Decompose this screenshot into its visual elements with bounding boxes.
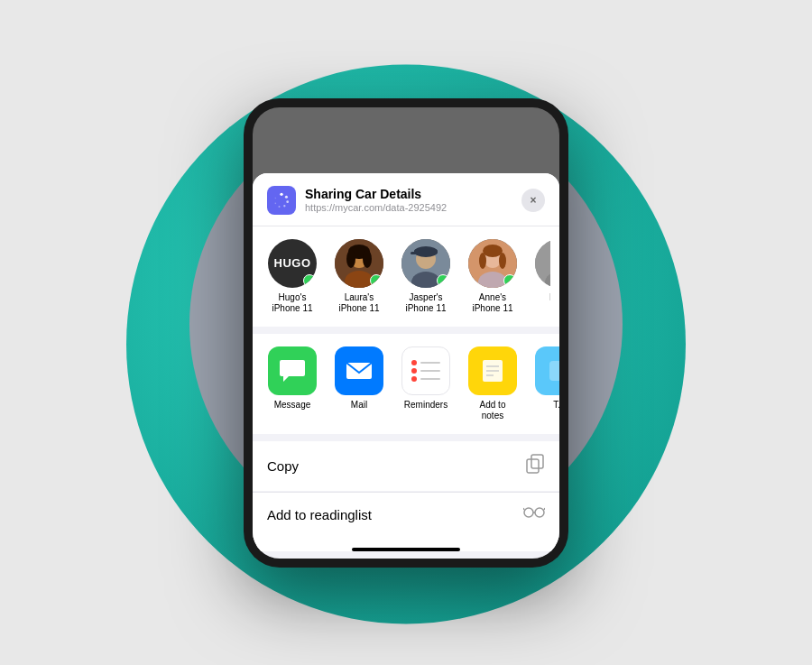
svg-point-22 — [483, 245, 503, 257]
app-more[interactable]: T... — [529, 346, 559, 421]
contact-jasper[interactable]: Jasper'siPhone 11 — [395, 239, 457, 314]
reminder-line-2 — [420, 370, 440, 372]
notes-icon-svg — [479, 357, 506, 384]
svg-point-6 — [275, 197, 277, 199]
svg-point-23 — [479, 253, 486, 269]
mail-icon-svg — [345, 356, 374, 385]
svg-rect-35 — [527, 459, 539, 473]
app-logo-icon — [267, 186, 296, 215]
contact-badge-anne — [503, 274, 516, 287]
contact-name-mac: Ma... — [549, 292, 550, 303]
app-message[interactable]: Message — [262, 346, 323, 421]
reminder-row-2 — [411, 368, 440, 374]
app-mail[interactable]: Mail — [328, 346, 390, 421]
action-rows: Copy Add to readinglist — [253, 441, 559, 537]
app-name-reminders: Reminders — [404, 400, 448, 411]
avatar-laura — [335, 239, 383, 288]
svg-point-11 — [346, 250, 355, 268]
contacts-section: HUGO Hugo'siPhone 11 — [253, 226, 559, 327]
more-icon-svg — [546, 357, 559, 384]
app-notes[interactable]: Add to notes — [462, 346, 523, 421]
contact-hugo[interactable]: HUGO Hugo'siPhone 11 — [262, 239, 323, 314]
svg-rect-17 — [414, 249, 438, 254]
svg-rect-18 — [411, 252, 418, 254]
message-icon-svg — [278, 356, 307, 385]
svg-point-0 — [280, 192, 282, 195]
contact-laura[interactable]: Laura'siPhone 11 — [328, 239, 390, 314]
more-app-icon — [535, 346, 559, 395]
svg-point-36 — [524, 508, 533, 517]
copy-icon — [525, 454, 545, 478]
contact-name-anne: Anne'siPhone 11 — [472, 292, 512, 314]
share-header-text: Sharing Car Details https://mycar.com/da… — [305, 187, 512, 214]
share-header: Sharing Car Details https://mycar.com/da… — [253, 173, 559, 226]
reminder-row-1 — [411, 360, 440, 365]
avatar-hugo: HUGO — [268, 239, 317, 288]
share-sheet: Sharing Car Details https://mycar.com/da… — [253, 173, 559, 559]
reminders-icon-inner — [404, 353, 448, 389]
svg-point-12 — [363, 250, 372, 268]
app-name-notes: Add to notes — [480, 400, 506, 421]
contact-name-jasper: Jasper'siPhone 11 — [405, 292, 446, 314]
contact-name-hugo: Hugo'siPhone 11 — [272, 292, 312, 314]
app-reminders[interactable]: Reminders — [395, 346, 457, 421]
reminder-row-3 — [411, 376, 440, 382]
contact-badge-hugo — [303, 274, 316, 287]
svg-point-3 — [283, 205, 285, 207]
mail-app-icon — [335, 346, 383, 395]
svg-rect-33 — [549, 361, 559, 381]
app-name-mail: Mail — [351, 400, 367, 411]
contacts-row: HUGO Hugo'siPhone 11 — [262, 239, 550, 314]
svg-point-37 — [535, 508, 544, 517]
reminder-line-1 — [420, 362, 440, 364]
app-name-more: T... — [553, 400, 559, 411]
svg-line-39 — [523, 508, 524, 510]
contact-anne[interactable]: Anne'siPhone 11 — [462, 239, 523, 314]
svg-point-2 — [286, 200, 289, 203]
app-name-message: Message — [274, 400, 311, 411]
glasses-icon — [523, 505, 545, 524]
home-indicator — [352, 548, 460, 551]
svg-point-5 — [275, 202, 277, 204]
phone-screen: Sharing Car Details https://mycar.com/da… — [253, 107, 559, 559]
reminder-dot-red-2 — [411, 368, 417, 374]
svg-point-24 — [499, 253, 506, 269]
avatar-mac — [535, 239, 550, 288]
avatar-anne — [468, 239, 517, 288]
share-title: Sharing Car Details — [305, 187, 512, 202]
reminders-app-icon — [401, 346, 450, 395]
avatar-jasper — [401, 239, 450, 288]
mac-photo-svg — [535, 239, 550, 288]
phone-device: Sharing Car Details https://mycar.com/da… — [244, 98, 568, 568]
apps-section: Message Mail — [253, 334, 559, 434]
close-button[interactable]: × — [521, 189, 545, 212]
avatar-hugo-label: HUGO — [274, 256, 311, 270]
copy-label: Copy — [267, 458, 299, 474]
message-app-icon — [268, 346, 317, 395]
reminder-line-3 — [420, 378, 440, 380]
contact-mac[interactable]: Ma... — [529, 239, 550, 314]
notes-app-icon — [468, 346, 517, 395]
reminder-dot-red-3 — [411, 376, 417, 382]
contact-name-laura: Laura'siPhone 11 — [338, 292, 379, 314]
scene: Sharing Car Details https://mycar.com/da… — [0, 0, 812, 665]
reminder-dot-red — [411, 360, 417, 365]
readinglist-action-row[interactable]: Add to readinglist — [253, 492, 559, 537]
glasses-icon-svg — [523, 505, 545, 520]
svg-point-1 — [285, 195, 288, 198]
copy-action-row[interactable]: Copy — [253, 441, 559, 491]
share-url: https://mycar.com/data-2925492 — [305, 202, 512, 213]
svg-line-40 — [544, 508, 545, 510]
apps-row: Message Mail — [262, 346, 550, 421]
svg-point-4 — [279, 206, 281, 208]
copy-icon-svg — [525, 454, 545, 474]
contact-badge-laura — [370, 274, 383, 287]
contact-badge-jasper — [437, 274, 449, 287]
readinglist-label: Add to readinglist — [267, 507, 372, 522]
svg-rect-34 — [531, 455, 543, 468]
